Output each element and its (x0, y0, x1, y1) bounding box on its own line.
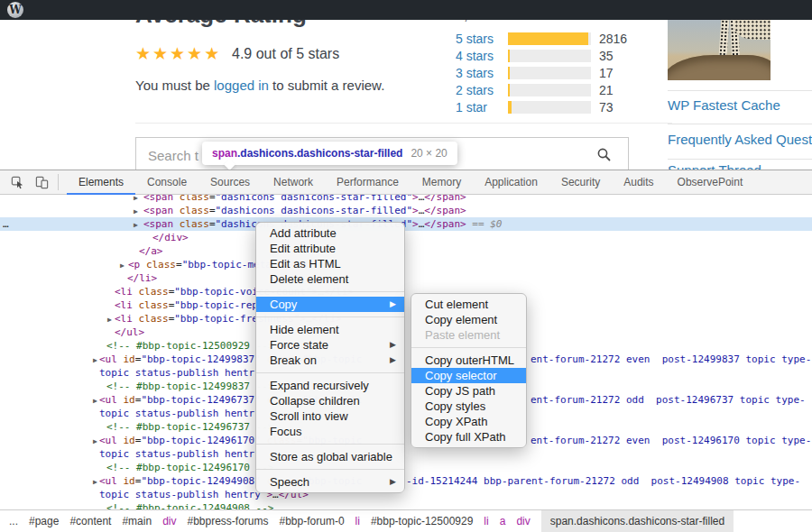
tree-row[interactable]: topic status-publish hentry">…</ul> (0, 488, 812, 501)
logged-in-link[interactable]: logged in (214, 78, 269, 93)
rating-bar-fill (508, 67, 510, 79)
star-filter-link[interactable]: 2 stars (456, 83, 508, 97)
tree-row[interactable]: ▶<li class="bbp-topic-freshness">…</li> (0, 312, 812, 326)
rating-bar (508, 84, 591, 96)
inspect-element-icon[interactable] (11, 176, 24, 189)
menu-item-expand-recursively[interactable]: Expand recursively (256, 378, 404, 393)
menu-item-edit-as-html[interactable]: Edit as HTML (256, 256, 404, 271)
breadcrumb-item[interactable]: li (355, 515, 360, 527)
search-icon[interactable] (596, 147, 612, 166)
tree-row[interactable]: topic status-publish hentr (0, 407, 812, 420)
sidebar-divider (668, 90, 812, 91)
menu-item-collapse-children[interactable]: Collapse children (256, 393, 404, 408)
tree-row[interactable]: topic status-publish hentr (0, 366, 812, 380)
menu-item-add-attribute[interactable]: Add attribute (256, 225, 404, 241)
star-filter-link[interactable]: 1 star (456, 100, 508, 115)
rating-row: 4 stars35 (456, 47, 627, 64)
tree-row[interactable]: <!-- #bbp-topic-12500929 --> (0, 339, 812, 353)
tab-network[interactable]: Network (262, 170, 325, 195)
menu-item-scroll-into-view[interactable]: Scroll into view (256, 408, 404, 424)
breadcrumb-item[interactable]: #bbp-topic-12500929 (371, 515, 473, 527)
breadcrumb-item[interactable]: div (162, 515, 176, 527)
menu-item-edit-attribute[interactable]: Edit attribute (256, 241, 404, 256)
menu-separator (256, 469, 404, 470)
star-filter-link[interactable]: 5 stars (456, 32, 508, 46)
breadcrumb-item[interactable]: #page (29, 515, 59, 527)
menu-item-focus[interactable]: Focus (256, 424, 404, 439)
star-filter-link[interactable]: 3 stars (456, 66, 508, 80)
menu-item-hide-element[interactable]: Hide element (256, 322, 404, 337)
tab-audits[interactable]: Audits (612, 170, 665, 195)
menu-item-force-state[interactable]: Force state▶ (256, 337, 404, 353)
breadcrumb-item-selected[interactable]: span.dashicons.dashicons-star-filled (541, 510, 734, 532)
breadcrumb-item[interactable]: div (516, 515, 530, 527)
submenu-arrow-icon: ▶ (390, 474, 396, 490)
menu-item-copy-js-path[interactable]: Copy JS path (411, 383, 526, 399)
breadcrumb-item[interactable]: a (500, 515, 506, 527)
devtools-tabs: ElementsConsoleSourcesNetworkPerformance… (67, 170, 754, 195)
tree-row[interactable]: ▶<ul id="bbp-topic-12496737" class="bbp-… (0, 393, 812, 407)
menu-item-cut-element[interactable]: Cut element (411, 297, 526, 312)
tab-memory[interactable]: Memory (411, 170, 473, 195)
tree-row[interactable]: ▶<span class="dashicons dashicons-star-f… (0, 195, 812, 204)
breadcrumb-item[interactable]: #bbpress-forums (187, 515, 268, 527)
menu-item-speech[interactable]: Speech▶ (256, 474, 404, 490)
tab-observepoint[interactable]: ObservePoint (666, 170, 755, 195)
element-inspect-tooltip: span.dashicons.dashicons-star-filled 20 … (202, 142, 457, 165)
breadcrumb-item[interactable]: #bbp-forum-0 (280, 515, 345, 527)
tree-row[interactable]: </div> (0, 231, 812, 244)
menu-item-copy[interactable]: Copy▶ (256, 297, 404, 312)
tree-row[interactable]: ▶<span class="dashicons dashicons-star-f… (0, 204, 812, 217)
tab-elements[interactable]: Elements (67, 170, 135, 195)
wordpress-logo-icon[interactable]: W (7, 2, 23, 18)
tree-row[interactable]: topic status-publish hentr (0, 447, 812, 461)
breadcrumb-item[interactable]: #main (122, 515, 152, 527)
tree-row-selected[interactable]: …▶<span class="dashicons dashicons-star-… (0, 217, 812, 231)
tab-application[interactable]: Application (473, 170, 549, 195)
devtools-toolbar: ElementsConsoleSourcesNetworkPerformance… (0, 170, 812, 195)
rating-bar-fill (508, 101, 512, 114)
menu-item-copy-element[interactable]: Copy element (411, 312, 526, 327)
sidebar-divider (668, 124, 812, 124)
menu-item-copy-styles[interactable]: Copy styles (411, 399, 526, 414)
rating-row: 1 star73 (456, 98, 627, 115)
tab-security[interactable]: Security (549, 170, 612, 195)
menu-item-copy-outerhtml[interactable]: Copy outerHTML (411, 353, 526, 368)
tab-console[interactable]: Console (135, 170, 198, 195)
devtools-panel: ElementsConsoleSourcesNetworkPerformance… (0, 170, 812, 532)
tree-row[interactable]: <li class="bbp-topic-voice-count">…</li> (0, 285, 812, 298)
breadcrumb-item[interactable]: ... (9, 515, 18, 527)
tree-row[interactable]: <!-- #bbp-topic-12496737 --> (0, 420, 812, 434)
menu-item-break-on[interactable]: Break on▶ (256, 353, 404, 368)
tree-row[interactable]: </a> (0, 244, 812, 258)
menu-item-copy-full-xpath[interactable]: Copy full XPath (411, 429, 526, 445)
rating-breakdown: 5 stars28164 stars353 stars172 stars211 … (456, 30, 627, 115)
login-note-prefix: You must be (135, 78, 214, 93)
tree-row[interactable]: </li> (0, 271, 812, 285)
tree-row[interactable]: <!-- #bbp-topic-12499837 --> (0, 380, 812, 393)
rating-row: 3 stars17 (456, 64, 627, 81)
tree-row[interactable]: ▶<ul id="bbp-topic-12499837" class="bbp-… (0, 353, 812, 366)
breadcrumb-item[interactable]: li (484, 515, 488, 527)
star-filter-link[interactable]: 4 stars (456, 49, 508, 63)
rating-summary: 4.9 out of 5 stars (232, 46, 339, 62)
menu-item-copy-xpath[interactable]: Copy XPath (411, 414, 526, 429)
menu-item-copy-selector[interactable]: Copy selector (411, 368, 526, 383)
tab-performance[interactable]: Performance (325, 170, 411, 195)
tab-sources[interactable]: Sources (198, 170, 262, 195)
sidebar-link[interactable]: WP Fastest Cache (668, 97, 780, 113)
sidebar-link[interactable]: Frequently Asked Question (668, 132, 812, 147)
rating-bar-fill (508, 50, 510, 62)
breadcrumb-item[interactable]: #content (69, 515, 111, 527)
tree-row[interactable]: <li class="bbp-topic-reply-count">…</li> (0, 298, 812, 312)
tree-row[interactable]: <!-- #bbp-topic-12496170 --> (0, 461, 812, 474)
device-toolbar-icon[interactable] (35, 176, 49, 189)
tree-row[interactable]: ▶<ul id="bbp-topic-12494908" class="bbp-… (0, 474, 812, 488)
tree-row[interactable]: ▶<ul id="bbp-topic-12496170" class="bbp-… (0, 434, 812, 447)
menu-separator (256, 444, 404, 445)
breadcrumb: ...#page#content#maindiv#bbpress-forums#… (0, 509, 812, 532)
menu-item-delete-element[interactable]: Delete element (256, 271, 404, 287)
menu-item-store-as-global-variable[interactable]: Store as global variable (256, 449, 404, 464)
tree-row[interactable]: </ul> (0, 326, 812, 339)
tree-row[interactable]: ▶<p class="bbp-topic-meta">…</p> (0, 258, 812, 271)
